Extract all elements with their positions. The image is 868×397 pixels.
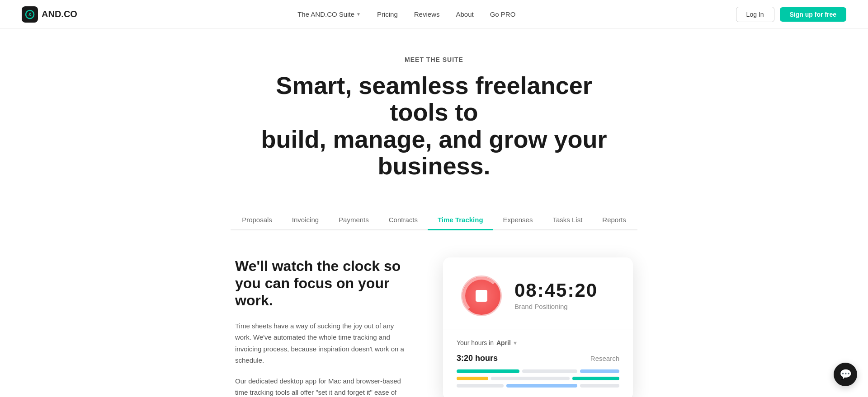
tab-invoicing[interactable]: Invoicing [282,210,329,230]
bar-row-1 [457,369,619,373]
bar-row-2 [457,377,619,380]
hero-suite-label: Meet the Suite [9,56,859,63]
timer-time: 08:45:20 [514,281,615,300]
timer-project: Brand Positioning [514,303,615,310]
bar-filled2-1 [580,369,619,373]
bar-empty-3 [457,384,504,388]
bar-empty-3b [580,384,619,388]
tab-expenses[interactable]: Expenses [493,210,543,230]
hours-section: Your hours in April ▾ 3:20 hours Researc… [443,330,633,397]
hours-amount: 3:20 hours [457,354,498,363]
bar-empty-1 [522,369,577,373]
signup-button[interactable]: Sign up for free [780,7,846,22]
hours-row: 3:20 hours Research [457,354,619,363]
tab-proposals[interactable]: Proposals [232,210,282,230]
hero-title-line2: build, manage, and grow your business. [261,126,607,179]
main-content: We'll watch the clock so you can focus o… [163,257,705,397]
section-para2: Our dedicated desktop app for Mac and br… [235,375,407,397]
bar-filled-1 [457,369,519,373]
logo-text: AND.CO [42,9,77,19]
tab-time-tracking[interactable]: Time Tracking [428,210,493,230]
progress-bars [457,369,619,388]
tab-contracts[interactable]: Contracts [379,210,428,230]
chat-icon: 💬 [840,369,852,380]
timer-card: 08:45:20 Brand Positioning Your hours in… [443,257,633,397]
hours-header[interactable]: Your hours in April ▾ [457,339,619,346]
hours-label: Your hours in [457,339,494,346]
login-button[interactable]: Log In [736,7,774,22]
nav-reviews[interactable]: Reviews [414,10,440,18]
hero-section: Meet the Suite Smart, seamless freelance… [0,29,868,196]
feature-tabs: Proposals Invoicing Payments Contracts T… [231,210,637,230]
chat-bubble[interactable]: 💬 [834,363,857,386]
timer-info: 08:45:20 Brand Positioning [514,281,615,310]
chevron-down-icon: ▾ [514,339,517,346]
nav-gopro[interactable]: Go PRO [490,10,516,18]
bar-filled2-3 [506,384,577,388]
tab-tasks-list[interactable]: Tasks List [542,210,592,230]
hero-title: Smart, seamless freelancer tools to buil… [253,72,615,180]
nav-about[interactable]: About [456,10,473,18]
nav-pricing[interactable]: Pricing [377,10,398,18]
left-column: We'll watch the clock so you can focus o… [235,257,407,397]
section-para1: Time sheets have a way of sucking the jo… [235,320,407,366]
timer-main: 08:45:20 Brand Positioning [443,257,633,330]
hours-category: Research [590,355,619,362]
navbar: & AND.CO The AND.CO Suite ▼ Pricing Revi… [0,0,868,29]
tab-payments[interactable]: Payments [329,210,379,230]
bar-row-3 [457,384,619,388]
timer-circle [461,276,502,316]
nav-suite[interactable]: The AND.CO Suite ▼ [297,10,361,18]
tab-reports[interactable]: Reports [592,210,636,230]
bar-filled-2 [572,377,619,380]
svg-text:&: & [28,12,32,17]
bar-empty-2 [491,377,570,380]
chevron-down-icon: ▼ [356,12,361,17]
logo[interactable]: & AND.CO [22,6,77,23]
hours-month: April [496,339,511,346]
hero-title-line1: Smart, seamless freelancer tools to [276,72,592,126]
timer-circle-ring [462,277,500,315]
nav-actions: Log In Sign up for free [736,7,846,22]
nav-center: The AND.CO Suite ▼ Pricing Reviews About… [297,10,515,18]
logo-icon: & [22,6,38,23]
right-column: 08:45:20 Brand Positioning Your hours in… [443,257,633,397]
bar-filled3-2 [457,377,488,380]
section-heading: We'll watch the clock so you can focus o… [235,257,407,309]
